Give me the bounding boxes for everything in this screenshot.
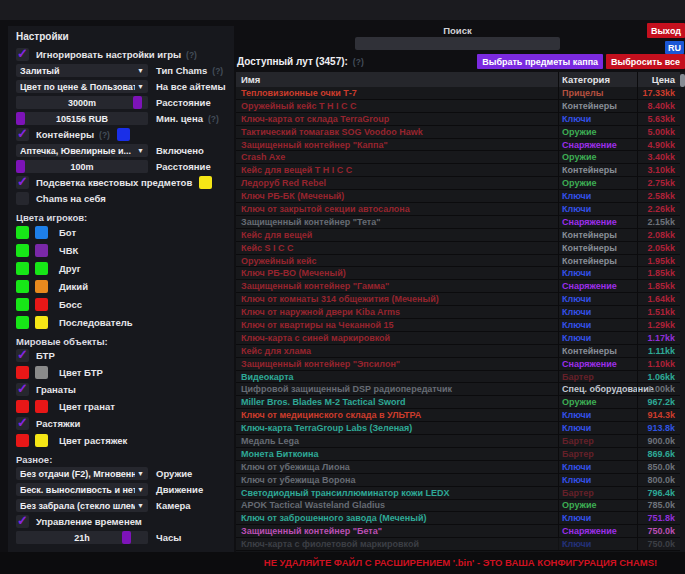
loot-row[interactable]: Светодиодный трансиллюминатор кожи LEDXБ…	[236, 487, 680, 500]
hint-icon: (?)	[99, 130, 110, 140]
loot-row[interactable]: Ключ от убежища ЛионаКлючи850.0k	[236, 461, 680, 474]
loot-row[interactable]: Crash AxeОружие3.40kk	[236, 151, 680, 164]
color-friend-swatch-2[interactable]	[35, 262, 48, 275]
loot-row[interactable]: Ключ от закрытой секции автосалонаКлючи2…	[236, 203, 680, 216]
loot-row[interactable]: Ключ от заброшенного завода (Меченый)Клю…	[236, 512, 680, 525]
item-price: 5.63kk	[637, 113, 680, 125]
loot-row[interactable]: Ключ от убежища ВоронаКлючи800.0k	[236, 474, 680, 487]
loot-row[interactable]: Оружейный кейс Т Н I С СКонтейнеры8.40kk	[236, 100, 680, 113]
ignore-game-settings-checkbox[interactable]: ✓	[16, 48, 29, 61]
btr-checkbox[interactable]: ✓	[16, 349, 29, 362]
color-grenades-swatch-2[interactable]	[35, 400, 48, 413]
camera-mods-dropdown[interactable]: Без забрала (стекло шлема)▼	[16, 499, 148, 512]
color-btr-swatch-1[interactable]	[16, 366, 29, 379]
loot-row[interactable]: Защищенный контейнер "Бета"Снаряжение750…	[236, 525, 680, 538]
item-category: Бартер	[558, 371, 637, 383]
quest-highlight-checkbox[interactable]: ✓	[16, 176, 29, 189]
checkbox-label: Подсветка квестовых предметов	[36, 177, 192, 188]
color-scav-swatch-2[interactable]	[35, 280, 48, 293]
color-tripwires-swatch-2[interactable]	[35, 434, 48, 447]
containers-swatch[interactable]	[117, 128, 130, 141]
containers-distance-slider[interactable]: 100m	[16, 160, 148, 173]
loot-row[interactable]: Ключ от комнаты 314 общежития (Меченый)К…	[236, 293, 680, 306]
loot-row[interactable]: Ключ-карта от склада TerraGroupКлючи5.63…	[236, 113, 680, 126]
tripwires-checkbox[interactable]: ✓	[16, 417, 29, 430]
dropdown-value: Без отдачи (F2), Мгновенное п	[20, 469, 135, 479]
color-tripwires-swatch-1[interactable]	[16, 434, 29, 447]
color-boss-swatch-2[interactable]	[35, 298, 48, 311]
loot-row[interactable]: Кейс S I C CКонтейнеры2.05kk	[236, 242, 680, 255]
loot-row[interactable]: Ключ-карта с синей маркировкойКлючи1.17k…	[236, 332, 680, 345]
item-category: Контейнеры	[558, 229, 637, 241]
min-price-slider[interactable]: 105156 RUB	[16, 112, 148, 125]
loot-row[interactable]: Тактический томагавк SOG Voodoo HawkОруж…	[236, 126, 680, 139]
weapon-mods-dropdown[interactable]: Без отдачи (F2), Мгновенное п▼	[16, 467, 148, 480]
item-category: Ключи	[558, 203, 637, 215]
color-scav-swatch-1[interactable]	[16, 280, 29, 293]
item-price: 751.8k	[637, 512, 680, 524]
loot-row[interactable]: Ключ РБ-ВО (Меченый)Ключи1.85kk	[236, 267, 680, 280]
loot-row[interactable]: Ключ-карта TerraGroup Labs (Зеленая)Ключ…	[236, 422, 680, 435]
dropdown-value: Аптечка, Ювелирные и...	[20, 146, 135, 156]
movement-mods-dropdown[interactable]: Беск. выносливость и нет уста▼	[16, 483, 148, 496]
scrollbar-thumb[interactable]	[680, 74, 685, 87]
exit-button[interactable]: Выход	[647, 23, 685, 38]
loot-row[interactable]: Защищенный контейнер "Каппа"Снаряжение4.…	[236, 139, 680, 152]
item-category: Снаряжение	[558, 280, 637, 292]
loot-row[interactable]: Монета БиткоинаБартер869.6k	[236, 448, 680, 461]
containers-checkbox[interactable]: ✓	[16, 128, 29, 141]
loot-row[interactable]: Оружейный кейсКонтейнеры1.95kk	[236, 255, 680, 268]
color-bot-swatch-2[interactable]	[35, 226, 48, 239]
time-control-checkbox[interactable]: ✓	[16, 515, 29, 528]
loot-row[interactable]: Цифровой защищенный DSP радиопередатчикС…	[236, 383, 680, 396]
chams-type-dropdown[interactable]: Залитый▼	[16, 64, 148, 77]
loot-row[interactable]: APOK Tactical Wasteland GladiusОружие785…	[236, 500, 680, 513]
containers-filter-dropdown[interactable]: Аптечка, Ювелирные и...▼	[16, 144, 148, 157]
loot-row[interactable]: Защищенный контейнер "Тета"Снаряжение2.1…	[236, 216, 680, 229]
item-price: 750.0k	[637, 525, 680, 537]
checkbox-label: Игнорировать настройки игры	[36, 49, 181, 60]
control-label: Расстояние	[156, 161, 211, 172]
items-distance-slider[interactable]: 3000m	[16, 96, 148, 109]
section-label: Разное:	[16, 454, 52, 465]
loot-row[interactable]: Ключ РБ-БК (Меченый)Ключи2.58kk	[236, 190, 680, 203]
loot-row[interactable]: Miller Bros. Blades M-2 Tactical SwordОр…	[236, 396, 680, 409]
items-color-mode-dropdown[interactable]: Цвет по цене & Пользователь▼	[16, 80, 148, 93]
loot-row[interactable]: ВидеокартаБартер1.06kk	[236, 371, 680, 384]
loot-row[interactable]: Кейс для вещейКонтейнеры2.08kk	[236, 229, 680, 242]
discard-all-button[interactable]: Выбросить все	[606, 54, 685, 69]
hours-slider[interactable]: 21h	[16, 531, 148, 544]
search-input[interactable]	[355, 37, 560, 50]
color-pmc-swatch-2[interactable]	[35, 244, 48, 257]
grenades-checkbox[interactable]: ✓	[16, 383, 29, 396]
color-follower-swatch-2[interactable]	[35, 316, 48, 329]
loot-row[interactable]: Медаль LegaБартер900.0k	[236, 435, 680, 448]
settings-controls: ✓Игнорировать настройки игры(?)Залитый▼Т…	[16, 48, 226, 544]
color-label: Цвет БТР	[59, 367, 103, 378]
loot-row[interactable]: Ключ от квартиры на Чеканной 15Ключи1.29…	[236, 319, 680, 332]
loot-row[interactable]: Ледоруб Red RebelОружие2.75kk	[236, 177, 680, 190]
settings-row-containers: ✓Контейнеры(?)	[16, 128, 226, 141]
loot-row[interactable]: Кейс для вещей Т Н I С СКонтейнеры3.10kk	[236, 164, 680, 177]
item-name: Ключ РБ-ВО (Меченый)	[236, 268, 558, 278]
chams-self-checkbox[interactable]	[16, 192, 29, 205]
loot-row[interactable]: Тепловизионные очки Т-7Прицелы17.33kk	[236, 87, 680, 100]
color-btr-swatch-2[interactable]	[35, 366, 48, 379]
loot-row[interactable]: Ключ от медицинского склада в УЛЬТРАКлюч…	[236, 409, 680, 422]
select-kappa-items-button[interactable]: Выбрать предметы каппа	[477, 54, 603, 69]
item-category: Ключи	[558, 190, 637, 202]
loot-row[interactable]: Ключ от наружной двери Kiba ArmsКлючи1.5…	[236, 306, 680, 319]
loot-row[interactable]: Защищенный контейнер "Эпсилон"Снаряжение…	[236, 358, 680, 371]
quest-highlight-swatch[interactable]	[199, 176, 212, 189]
loot-row[interactable]: Защищенный контейнер "Гамма"Снаряжение1.…	[236, 280, 680, 293]
loot-row[interactable]: Кейс для хламаКонтейнеры1.11kk	[236, 345, 680, 358]
color-friend-swatch-1[interactable]	[16, 262, 29, 275]
color-grenades-swatch-1[interactable]	[16, 400, 29, 413]
color-bot-swatch-1[interactable]	[16, 226, 29, 239]
color-pmc-swatch-1[interactable]	[16, 244, 29, 257]
scrollbar[interactable]	[680, 72, 685, 552]
color-boss-swatch-1[interactable]	[16, 298, 29, 311]
color-follower-swatch-1[interactable]	[16, 316, 29, 329]
control-label: Тип Chams	[156, 65, 207, 76]
loot-row[interactable]: Ключ-карта с фиолетовой маркировкойКлючи…	[236, 538, 680, 551]
